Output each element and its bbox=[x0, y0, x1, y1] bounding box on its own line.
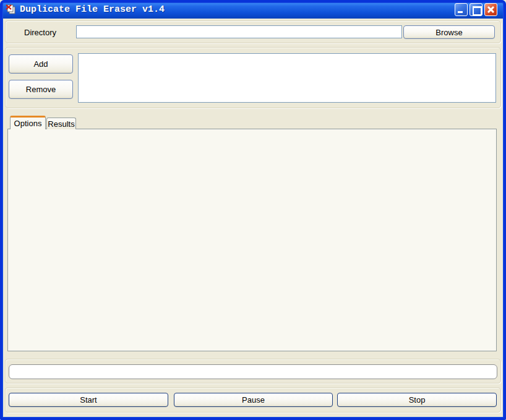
remove-button-label: Remove bbox=[26, 85, 56, 94]
tab-results-label: Results bbox=[48, 119, 74, 129]
stop-button-label: Stop bbox=[409, 395, 426, 405]
directories-listbox[interactable] bbox=[78, 53, 496, 103]
app-window: Duplicate File Eraser v1.4 Directory Bro… bbox=[0, 0, 506, 420]
progress-bar bbox=[9, 364, 497, 379]
tab-options[interactable]: Options bbox=[10, 116, 46, 129]
add-button-label: Add bbox=[33, 59, 48, 69]
maximize-button[interactable] bbox=[470, 3, 482, 16]
browse-button-label: Browse bbox=[435, 28, 462, 37]
browse-button[interactable]: Browse bbox=[403, 25, 495, 39]
close-button[interactable] bbox=[484, 3, 497, 16]
pause-button[interactable]: Pause bbox=[174, 393, 333, 407]
directory-label: Directory bbox=[24, 28, 56, 37]
remove-button[interactable]: Remove bbox=[9, 80, 73, 99]
minimize-button[interactable] bbox=[455, 3, 468, 16]
titlebar[interactable]: Duplicate File Eraser v1.4 bbox=[0, 0, 506, 19]
tab-results[interactable]: Results bbox=[46, 118, 76, 129]
add-button[interactable]: Add bbox=[9, 54, 73, 74]
window-title: Duplicate File Eraser v1.4 bbox=[20, 4, 165, 15]
pause-button-label: Pause bbox=[242, 395, 265, 405]
directory-input[interactable] bbox=[76, 25, 402, 38]
app-icon bbox=[6, 4, 16, 14]
tab-panel bbox=[7, 129, 497, 351]
tab-options-label: Options bbox=[14, 119, 42, 128]
start-button[interactable]: Start bbox=[9, 393, 168, 407]
stop-button[interactable]: Stop bbox=[337, 393, 497, 407]
start-button-label: Start bbox=[80, 395, 96, 405]
